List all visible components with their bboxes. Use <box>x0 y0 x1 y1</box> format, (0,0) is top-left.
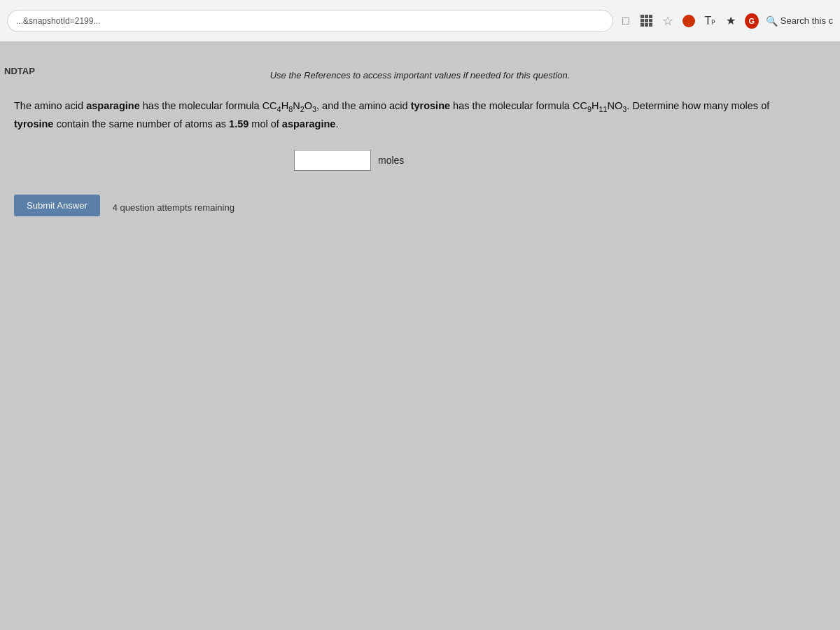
url-bar[interactable]: ...&snapshotId=2199... <box>7 10 613 32</box>
answer-input[interactable] <box>294 150 371 171</box>
question-part7: mol of <box>248 118 282 130</box>
search-this-button[interactable]: 🔍 Search this c <box>766 15 833 27</box>
browser-chrome: ...&snapshotId=2199... □ ☆ Tp ★ G 🔍 <box>0 0 840 42</box>
tyrosine-formula: C9H11NO3 <box>580 100 626 111</box>
question-part2: has the molecular formula C <box>140 100 270 111</box>
translate-icon[interactable]: Tp <box>703 14 717 28</box>
browser-left: ...&snapshotId=2199... <box>7 10 613 32</box>
browser-logo-icon <box>682 14 696 28</box>
tyrosine-label2: tyrosine <box>14 118 53 130</box>
attempts-text: 4 question attempts remaining <box>113 202 234 213</box>
search-this-label: Search this c <box>780 15 833 26</box>
star-icon[interactable]: ☆ <box>661 14 675 28</box>
grid-icon[interactable] <box>640 14 654 28</box>
tyrosine-label: tyrosine <box>411 100 450 111</box>
question-text: The amino acid asparagine has the molecu… <box>14 97 784 133</box>
question-part8: . <box>335 118 338 130</box>
submit-button[interactable]: Submit Answer <box>14 195 100 216</box>
question-part1: The amino acid <box>14 100 86 111</box>
asparagine-label2: asparagine <box>282 118 336 130</box>
browser-right: □ ☆ Tp ★ G 🔍 Search this c <box>619 14 833 28</box>
side-nav-label: NDTAP <box>0 63 39 79</box>
moles-label: moles <box>378 155 404 166</box>
question-part6: contain the same number of atoms as <box>53 118 229 130</box>
asparagine-formula: C4H8N2O3 <box>270 100 316 111</box>
url-text: ...&snapshotId=2199... <box>16 16 100 26</box>
submit-row: Submit Answer 4 question attempts remain… <box>14 195 234 220</box>
question-part5: . Determine how many moles of <box>626 100 769 111</box>
question-part4: has the molecular formula C <box>450 100 580 111</box>
profile-icon[interactable]: G <box>745 14 759 28</box>
search-icon: 🔍 <box>766 15 778 27</box>
mol-value: 1.59 <box>229 118 248 130</box>
bookmark-icon[interactable]: ★ <box>724 14 738 28</box>
question-part3: , and the amino acid <box>316 100 411 111</box>
asparagine-label: asparagine <box>86 100 140 111</box>
reference-notice: Use the References to access important v… <box>14 70 826 80</box>
answer-row: moles <box>294 150 404 171</box>
main-content: Use the References to access important v… <box>0 42 840 234</box>
page-content: NDTAP Use the References to access impor… <box>0 42 840 630</box>
copy-icon[interactable]: □ <box>619 14 633 28</box>
